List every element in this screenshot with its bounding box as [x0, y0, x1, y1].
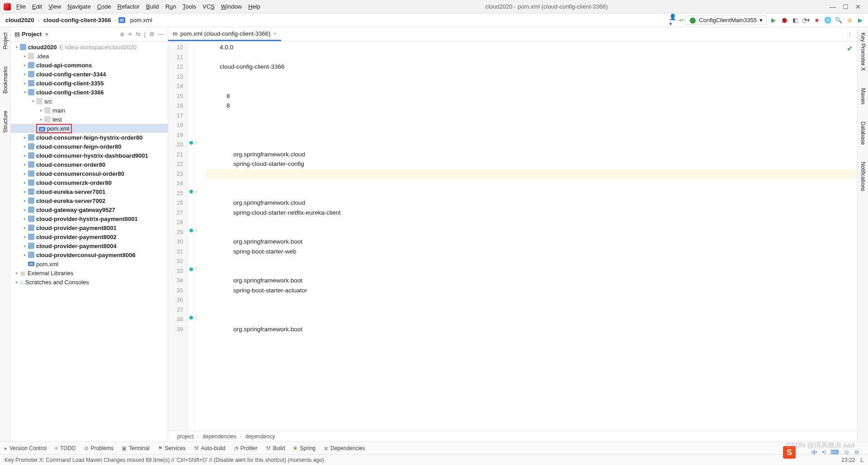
- menu-refactor[interactable]: Refactor: [118, 3, 140, 10]
- tray-ic[interactable]: ⌨: [830, 449, 839, 457]
- tree-ext-lib[interactable]: ▸⫼External Libraries: [11, 268, 168, 277]
- tab-notifications[interactable]: Notifications: [859, 160, 867, 193]
- tab-menu-icon[interactable]: ⋮: [842, 31, 857, 38]
- menu-navigate[interactable]: Navigate: [67, 3, 90, 10]
- code-area[interactable]: 4.0.0 cloud-config-client-3366 8 8 org.s…: [195, 42, 857, 431]
- close-button[interactable]: ✕: [852, 3, 864, 10]
- menu-file[interactable]: File: [16, 3, 26, 10]
- tray-ic[interactable]: 中: [811, 449, 817, 457]
- bb-todo[interactable]: ≡TODO: [55, 445, 75, 451]
- file-tab[interactable]: m pom.xml (cloud-config-client-3366) ×: [168, 27, 281, 41]
- bb-autobuild[interactable]: ⚒Auto-build: [194, 445, 226, 451]
- collapse-all-icon[interactable]: ⇆: [136, 31, 141, 38]
- bc-deps[interactable]: dependencies: [203, 433, 236, 440]
- tree-root[interactable]: ▾cloud2020E:\idea-workspace\cloud2020: [11, 42, 168, 52]
- menu-tools[interactable]: Tools: [183, 3, 196, 10]
- profile-button[interactable]: ◔▾: [802, 16, 810, 24]
- tree-module[interactable]: ▸cloud-provider-hystrix-payment8001: [11, 214, 168, 223]
- debug-button[interactable]: 🐞: [780, 16, 788, 24]
- tray-ic[interactable]: ⛭: [854, 449, 860, 457]
- tree-scratches[interactable]: ▸⌂Scratches and Consoles: [11, 277, 168, 287]
- crumb-file[interactable]: pom.xml: [128, 16, 154, 24]
- menu-vcs[interactable]: VCS: [203, 3, 215, 10]
- tree-idea[interactable]: ▸.idea: [11, 52, 168, 61]
- tree-module[interactable]: ▸cloud-eureka-server7001: [11, 187, 168, 196]
- tab-structure[interactable]: Structure: [1, 109, 9, 135]
- tree-module[interactable]: ▸cloud-consumerzk-order80: [11, 178, 168, 187]
- crumb-module[interactable]: cloud-config-client-3366: [42, 16, 113, 24]
- menu-window[interactable]: Window: [221, 3, 242, 10]
- dropdown-icon[interactable]: ▼: [44, 32, 49, 37]
- tree-main[interactable]: ▸main: [11, 106, 168, 115]
- editor-area: m pom.xml (cloud-config-client-3366) × ⋮…: [168, 27, 857, 442]
- tree-module[interactable]: ▸cloud-consumerconsul-order80: [11, 169, 168, 178]
- bb-vcs[interactable]: ▸Version Control: [5, 445, 47, 451]
- tree-root-pom[interactable]: mpom.xml: [11, 259, 168, 268]
- tree-module[interactable]: ▸cloud-provider-payment8004: [11, 241, 168, 250]
- tree-module[interactable]: ▸cloud-config-center-3344: [11, 70, 168, 79]
- sogou-icon[interactable]: S: [783, 446, 796, 459]
- sync-icon[interactable]: ⊕: [845, 16, 854, 24]
- settings-icon[interactable]: ⚙: [149, 31, 155, 38]
- menu-edit[interactable]: Edit: [32, 3, 42, 10]
- tree-module[interactable]: ▸cloud-consumer-feign-hystrix-order80: [11, 133, 168, 142]
- tray-ic[interactable]: ☺: [844, 449, 849, 457]
- project-tree[interactable]: ▾cloud2020E:\idea-workspace\cloud2020 ▸.…: [11, 42, 168, 442]
- tree-module[interactable]: ▸cloud-api-commons: [11, 61, 168, 70]
- tree-module[interactable]: ▸cloud-consumer-order80: [11, 160, 168, 169]
- bb-terminal[interactable]: ▣Terminal: [122, 445, 149, 451]
- run-config-selector[interactable]: ⬤ ConfigClientMain3355 ▾: [685, 15, 767, 25]
- back-icon[interactable]: ↩: [677, 16, 685, 24]
- select-opened-icon[interactable]: ⊕: [120, 31, 125, 38]
- bb-spring[interactable]: ❀Spring: [293, 445, 316, 451]
- minimize-button[interactable]: —: [826, 3, 839, 10]
- tree-module[interactable]: ▸cloud-provider-payment8002: [11, 232, 168, 241]
- tree-test[interactable]: ▸test: [11, 115, 168, 124]
- search-icon[interactable]: 🔍: [835, 16, 843, 24]
- window-title: cloud2020 - pom.xml (cloud-config-client…: [267, 3, 826, 10]
- user-icon[interactable]: 👤▾: [669, 16, 677, 24]
- tree-module[interactable]: ▸cloud-consumer-hystrix-dashboard9001: [11, 151, 168, 160]
- bb-services[interactable]: ⚑Services: [158, 445, 186, 451]
- bb-profiler[interactable]: ◔Profiler: [234, 445, 258, 451]
- tray-ic[interactable]: •⁞: [822, 449, 826, 457]
- tree-src[interactable]: ▾src: [11, 97, 168, 106]
- menu-build[interactable]: Build: [146, 3, 159, 10]
- tab-key-promoter[interactable]: Key Promoter X: [859, 31, 867, 73]
- tree-module[interactable]: ▸cloud-config-client-3355: [11, 79, 168, 88]
- tab-database[interactable]: Database: [859, 120, 867, 146]
- tab-bookmarks[interactable]: Bookmarks: [1, 65, 9, 95]
- menu-run[interactable]: Run: [165, 3, 176, 10]
- expand-all-icon[interactable]: ≡: [128, 31, 132, 38]
- bb-build[interactable]: ⚒Build: [266, 445, 285, 451]
- coverage-button[interactable]: ◧: [791, 16, 799, 24]
- project-tool-icon: ▤: [14, 31, 20, 38]
- inspection-ok-icon[interactable]: ✔: [847, 44, 853, 53]
- tree-module[interactable]: ▸cloud-providerconsul-payment8006: [11, 250, 168, 259]
- maven-icon: m: [173, 30, 178, 37]
- bc-project[interactable]: project: [177, 433, 193, 440]
- tree-module[interactable]: ▸cloud-gateway-gateway9527: [11, 205, 168, 214]
- more-run-icon[interactable]: ▶: [856, 16, 864, 24]
- bc-dep[interactable]: dependency: [245, 433, 275, 440]
- tab-maven[interactable]: Maven: [859, 86, 867, 106]
- translate-icon[interactable]: 🌐: [824, 16, 832, 24]
- tree-module[interactable]: ▸cloud-eureka-server7002: [11, 196, 168, 205]
- menu-help[interactable]: Help: [248, 3, 260, 10]
- bb-deps[interactable]: ≣Dependencies: [324, 445, 365, 451]
- menu-view[interactable]: View: [48, 3, 61, 10]
- stop-button[interactable]: ■: [813, 16, 821, 24]
- run-button[interactable]: ▶: [769, 16, 778, 24]
- hide-icon[interactable]: —: [158, 31, 164, 38]
- editor[interactable]: 1011121314151617181920212223242526272829…: [168, 42, 857, 431]
- maximize-button[interactable]: ☐: [839, 3, 852, 10]
- crumb-root[interactable]: cloud2020: [4, 16, 36, 24]
- tree-pom-selected[interactable]: mpom.xml: [11, 124, 168, 133]
- tab-project[interactable]: Project: [1, 31, 9, 51]
- bb-problems[interactable]: ⊘Problems: [84, 445, 114, 451]
- menu-code[interactable]: Code: [97, 3, 111, 10]
- tree-module[interactable]: ▸cloud-provider-payment8001: [11, 223, 168, 232]
- tree-open-module[interactable]: ▾cloud-config-client-3366: [11, 88, 168, 97]
- tab-close-icon[interactable]: ×: [273, 30, 277, 37]
- tree-module[interactable]: ▸cloud-consumer-feign-order80: [11, 142, 168, 151]
